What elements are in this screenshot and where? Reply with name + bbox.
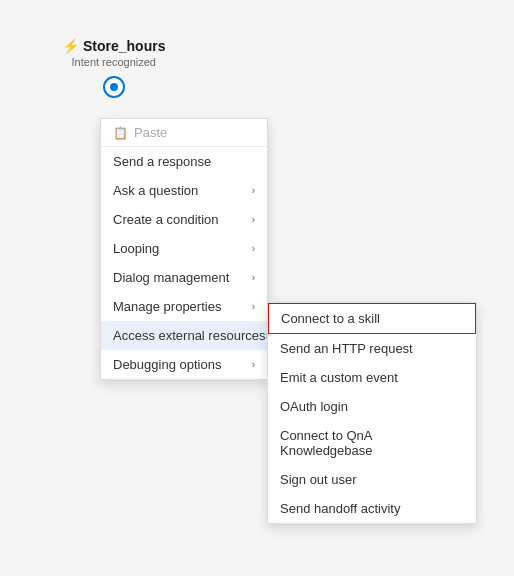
sub-menu-qna[interactable]: Connect to QnA Knowledgebase [268,421,476,465]
menu-item-label: Create a condition [113,212,219,227]
paste-label: Paste [134,125,167,140]
sub-menu-oauth[interactable]: OAuth login [268,392,476,421]
chevron-icon: › [252,301,255,312]
sub-menu-label: OAuth login [280,399,348,414]
menu-item-label: Access external resources [113,328,265,343]
node-title: ⚡ Store_hours [62,38,165,54]
sub-context-menu: Connect to a skill Send an HTTP request … [267,302,477,524]
context-menu: 📋 Paste Send a response Ask a question ›… [100,118,268,380]
paste-icon: 📋 [113,126,128,140]
node-title-text: Store_hours [83,38,165,54]
menu-item-debugging[interactable]: Debugging options › [101,350,267,379]
node-area: ⚡ Store_hours Intent recognized [62,38,165,98]
menu-item-label: Debugging options [113,357,221,372]
menu-item-label: Dialog management [113,270,229,285]
chevron-icon: › [252,272,255,283]
menu-item-manage-properties[interactable]: Manage properties › [101,292,267,321]
sub-menu-connect-skill[interactable]: Connect to a skill [268,303,476,334]
sub-menu-signout[interactable]: Sign out user [268,465,476,494]
chevron-icon: › [252,185,255,196]
menu-item-send-response[interactable]: Send a response [101,147,267,176]
menu-item-ask-question[interactable]: Ask a question › [101,176,267,205]
menu-item-label: Manage properties [113,299,221,314]
sub-menu-label: Send handoff activity [280,501,400,516]
canvas: ⚡ Store_hours Intent recognized 📋 Paste … [0,0,514,576]
menu-item-label: Ask a question [113,183,198,198]
sub-menu-custom-event[interactable]: Emit a custom event [268,363,476,392]
menu-item-dialog-management[interactable]: Dialog management › [101,263,267,292]
menu-item-access-external[interactable]: Access external resources › [101,321,267,350]
sub-menu-label: Sign out user [280,472,357,487]
menu-item-create-condition[interactable]: Create a condition › [101,205,267,234]
node-subtitle: Intent recognized [72,56,156,68]
sub-menu-handoff[interactable]: Send handoff activity [268,494,476,523]
menu-item-looping[interactable]: Looping › [101,234,267,263]
sub-menu-label: Connect to QnA Knowledgebase [280,428,464,458]
node-connector[interactable] [103,76,125,98]
menu-item-label: Looping [113,241,159,256]
sub-menu-label: Send an HTTP request [280,341,413,356]
paste-item[interactable]: 📋 Paste [101,119,267,147]
chevron-icon: › [252,359,255,370]
chevron-icon: › [252,243,255,254]
sub-menu-label: Connect to a skill [281,311,380,326]
menu-item-label: Send a response [113,154,211,169]
sub-menu-http-request[interactable]: Send an HTTP request [268,334,476,363]
chevron-icon: › [252,214,255,225]
lightning-icon: ⚡ [62,38,79,54]
sub-menu-label: Emit a custom event [280,370,398,385]
